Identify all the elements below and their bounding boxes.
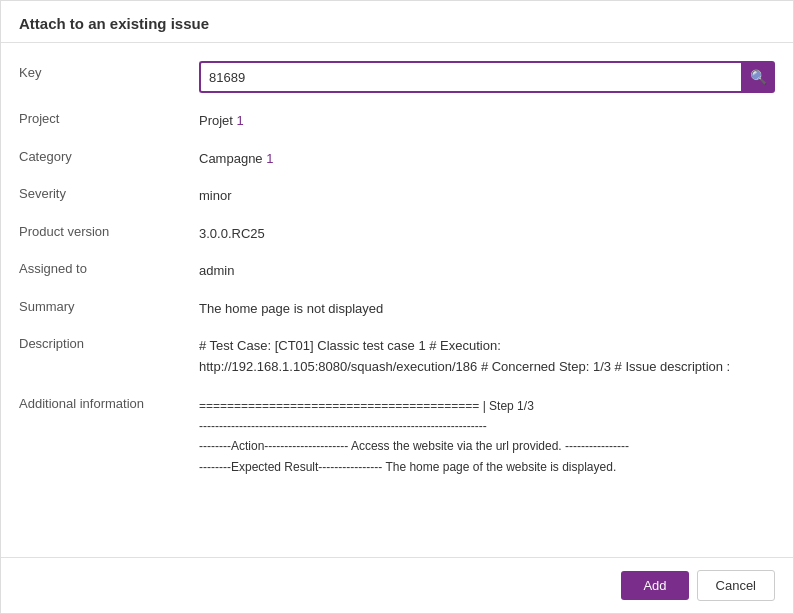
key-input-wrapper: 🔍	[199, 61, 775, 93]
search-icon: 🔍	[750, 69, 767, 85]
category-row: Category Campagne 1	[19, 145, 775, 169]
assigned-to-row: Assigned to admin	[19, 257, 775, 281]
dialog-body: Key 🔍 Project Projet 1 Category Campagne…	[1, 43, 793, 557]
key-label: Key	[19, 61, 199, 80]
additional-info-row: Additional information =================…	[19, 392, 775, 478]
additional-info-label: Additional information	[19, 392, 199, 411]
description-row: Description # Test Case: [CT01] Classic …	[19, 332, 775, 378]
product-version-label: Product version	[19, 220, 199, 239]
key-input[interactable]	[199, 61, 741, 93]
product-version-value: 3.0.0.RC25	[199, 220, 775, 244]
summary-label: Summary	[19, 295, 199, 314]
cancel-button[interactable]: Cancel	[697, 570, 775, 601]
category-value: Campagne 1	[199, 145, 775, 169]
add-button[interactable]: Add	[621, 571, 688, 600]
product-version-row: Product version 3.0.0.RC25	[19, 220, 775, 244]
attach-issue-dialog: Attach to an existing issue Key 🔍 Projec…	[0, 0, 794, 614]
summary-row: Summary The home page is not displayed	[19, 295, 775, 319]
additional-info-line-2: ----------------------------------------…	[199, 416, 775, 436]
assigned-to-value: admin	[199, 257, 775, 281]
project-label: Project	[19, 107, 199, 126]
severity-value: minor	[199, 182, 775, 206]
dialog-title: Attach to an existing issue	[19, 15, 209, 32]
description-value: # Test Case: [CT01] Classic test case 1 …	[199, 332, 775, 378]
search-button[interactable]: 🔍	[741, 61, 775, 93]
assigned-to-label: Assigned to	[19, 257, 199, 276]
dialog-header: Attach to an existing issue	[1, 1, 793, 43]
additional-info-line-4: --------Expected Result---------------- …	[199, 457, 775, 477]
severity-row: Severity minor	[19, 182, 775, 206]
additional-info-line-1: ========================================…	[199, 396, 775, 416]
additional-info-value: ========================================…	[199, 392, 775, 478]
additional-info-line-3: --------Action--------------------- Acce…	[199, 436, 775, 456]
severity-label: Severity	[19, 182, 199, 201]
project-row: Project Projet 1	[19, 107, 775, 131]
category-label: Category	[19, 145, 199, 164]
project-value: Projet 1	[199, 107, 775, 131]
dialog-footer: Add Cancel	[1, 557, 793, 613]
key-row: Key 🔍	[19, 61, 775, 93]
description-label: Description	[19, 332, 199, 351]
summary-value: The home page is not displayed	[199, 295, 775, 319]
